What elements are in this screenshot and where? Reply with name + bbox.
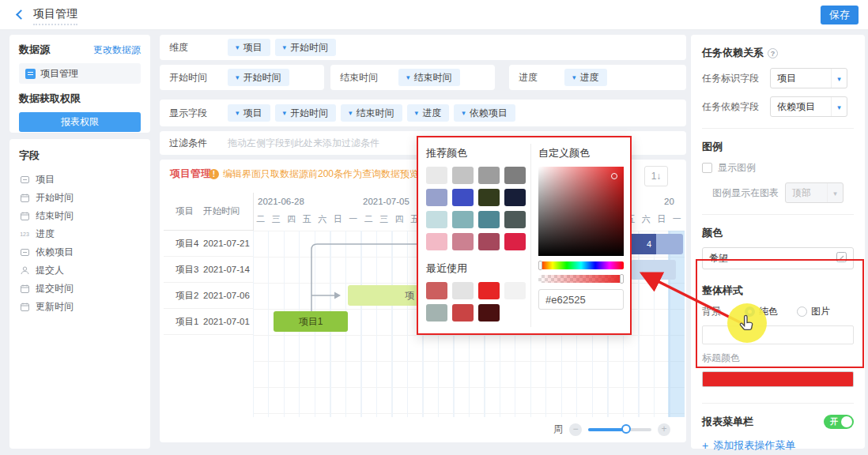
change-datasource-link[interactable]: 更改数据源 <box>93 43 141 57</box>
field-list: 项目 开始时间 结束时间 123进度 依赖项目 提交人 提交时间 更新时间 <box>19 171 141 316</box>
alpha-slider[interactable] <box>538 275 624 283</box>
hue-handle[interactable] <box>538 261 542 270</box>
field-item[interactable]: 结束时间 <box>19 207 141 225</box>
field-item[interactable]: 123进度 <box>19 225 141 243</box>
report-permission-button[interactable]: 报表权限 <box>19 112 141 132</box>
settings-panel: 任务依赖关系 ? 任务标识字段 项目▾ 任务依赖字段 依赖项目▾ 图例 显示图例… <box>691 35 865 449</box>
recent-colors-label: 最近使用 <box>426 261 527 276</box>
chevron-down-icon: ▾ <box>236 73 240 81</box>
color-swatch[interactable] <box>504 282 526 299</box>
page-title: 项目管理 <box>33 7 77 25</box>
field-item[interactable]: 提交时间 <box>19 280 141 298</box>
field-item[interactable]: 开始时间 <box>19 189 141 207</box>
dependency-title: 任务依赖关系 <box>702 46 764 60</box>
color-swatch[interactable] <box>452 282 474 299</box>
color-swatch[interactable] <box>426 282 447 299</box>
color-swatch[interactable] <box>478 211 500 228</box>
dimension-chip[interactable]: ▾项目 <box>228 39 270 56</box>
color-swatch[interactable] <box>504 189 526 206</box>
edit-icon[interactable] <box>836 252 847 265</box>
zoom-slider[interactable] <box>588 428 651 431</box>
alpha-handle[interactable] <box>620 274 624 284</box>
end-time-chip[interactable]: ▾结束时间 <box>398 69 460 86</box>
field-item[interactable]: 提交人 <box>19 261 141 280</box>
color-swatch[interactable] <box>478 167 500 184</box>
chevron-down-icon: ▾ <box>415 109 419 117</box>
color-swatch[interactable] <box>504 167 526 184</box>
field-item[interactable]: 更新时间 <box>19 298 141 316</box>
task-id-select[interactable]: 项目▾ <box>770 68 847 88</box>
color-title: 颜色 <box>702 226 723 240</box>
bg-image-option[interactable]: 图片 <box>797 305 830 318</box>
gantt-bar-project1[interactable]: 项目1 <box>274 311 348 332</box>
gradient-marker-icon[interactable] <box>611 173 617 179</box>
color-swatch[interactable] <box>504 233 526 250</box>
color-swatch[interactable] <box>504 211 526 228</box>
color-series-input[interactable]: 希望 <box>702 247 854 269</box>
color-swatch[interactable] <box>426 189 447 206</box>
display-fields-label: 显示字段 <box>169 107 223 120</box>
fields-card: 字段 项目 开始时间 结束时间 123进度 依赖项目 提交人 提交时间 更新时间 <box>9 139 150 449</box>
title-color-swatch[interactable] <box>702 371 854 387</box>
back-icon[interactable] <box>16 9 26 20</box>
color-swatch[interactable] <box>452 211 474 228</box>
field-item[interactable]: 依赖项目 <box>19 243 141 261</box>
gantt-bar-project3[interactable] <box>631 260 676 280</box>
menu-bar-toggle[interactable]: 开 <box>824 415 854 429</box>
zoom-in-button[interactable]: + <box>658 423 670 436</box>
datasource-item[interactable]: 项目管理 <box>19 63 141 84</box>
display-chip[interactable]: ▾项目 <box>228 104 270 122</box>
table-row[interactable]: 项目32021-07-14 <box>164 257 253 283</box>
saturation-gradient[interactable] <box>538 167 624 256</box>
color-swatch[interactable] <box>478 282 500 299</box>
save-button[interactable]: 保存 <box>821 6 859 24</box>
display-chip[interactable]: ▾进度 <box>407 104 450 122</box>
hex-color-input[interactable] <box>538 289 624 310</box>
weekday-cell: 六 <box>639 213 655 225</box>
color-swatch[interactable] <box>478 189 500 206</box>
chevron-down-icon: ▾ <box>833 190 837 197</box>
color-swatch[interactable] <box>426 211 447 228</box>
title-color-label: 标题颜色 <box>702 352 854 365</box>
zoom-slider-fill <box>588 428 626 431</box>
display-chip[interactable]: ▾开始时间 <box>275 104 337 122</box>
field-item[interactable]: 项目 <box>19 171 141 189</box>
color-swatch[interactable] <box>452 304 474 322</box>
help-icon[interactable]: ? <box>768 48 778 58</box>
filter-label: 过滤条件 <box>169 137 223 150</box>
color-swatch[interactable] <box>452 189 474 206</box>
table-row[interactable]: 项目12021-07-01 <box>164 309 253 335</box>
color-swatch[interactable] <box>452 167 474 184</box>
bg-solid-option[interactable]: 纯色 <box>745 305 778 318</box>
toggle-knob-icon <box>841 416 852 427</box>
color-swatch[interactable] <box>426 167 447 184</box>
color-swatch[interactable] <box>426 304 447 322</box>
table-row[interactable]: 项目22021-07-06 <box>164 283 253 309</box>
dimension-chip[interactable]: ▾开始时间 <box>275 39 337 56</box>
color-swatch[interactable] <box>478 233 500 250</box>
calendar-icon <box>19 303 30 311</box>
start-time-chip[interactable]: ▾开始时间 <box>228 69 289 86</box>
progress-chip[interactable]: ▾进度 <box>564 69 607 86</box>
add-menu-link[interactable]: + 添加报表操作菜单 <box>702 438 854 453</box>
background-color-swatch[interactable] <box>702 325 854 344</box>
topbar: 项目管理 保存 <box>0 0 868 30</box>
show-legend-checkbox[interactable] <box>702 163 712 173</box>
sort-button[interactable]: 1↓ <box>644 166 668 186</box>
chevron-down-icon: ▾ <box>349 109 353 117</box>
number-icon: 123 <box>19 231 30 237</box>
color-swatch[interactable] <box>452 233 474 250</box>
display-chip[interactable]: ▾结束时间 <box>341 104 402 122</box>
week-label: 2021-06-28 <box>258 197 304 206</box>
color-swatch[interactable] <box>426 233 447 250</box>
zoom-slider-handle[interactable] <box>621 424 631 434</box>
zoom-out-button[interactable]: − <box>569 423 582 436</box>
display-chip[interactable]: ▾依赖项目 <box>454 104 515 122</box>
hue-slider[interactable] <box>538 261 624 269</box>
chevron-down-icon: ▾ <box>283 109 287 117</box>
color-swatch[interactable] <box>478 304 500 322</box>
gantt-title: 项目管理 <box>170 167 211 181</box>
table-row[interactable]: 项目42021-07-21 <box>164 231 253 257</box>
task-dep-select[interactable]: 依赖项目▾ <box>770 96 847 117</box>
gantt-bar-project4-progress[interactable] <box>656 234 683 254</box>
